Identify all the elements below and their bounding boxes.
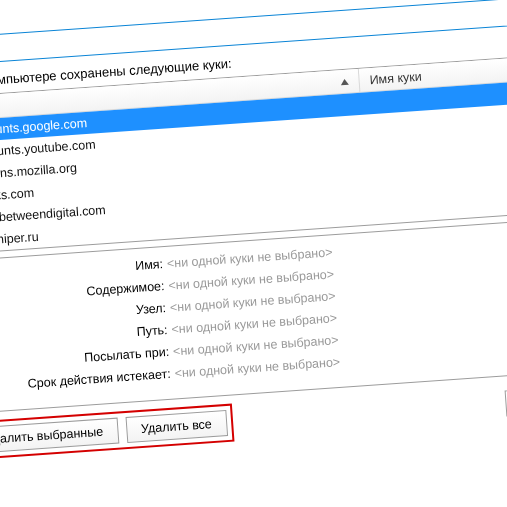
site-name: adnxs.com <box>0 186 35 204</box>
highlight-box: Удалить выбранные Удалить все <box>0 404 234 461</box>
site-name: adsniper.ru <box>0 230 39 248</box>
detail-label-expires: Срок действия истекает: <box>0 367 175 396</box>
detail-value-path: <ни одной куки не выбрано> <box>171 311 337 337</box>
cookie-table: айт Имя куки accounts.google.com account… <box>0 54 507 255</box>
detail-value-expires: <ни одной куки не выбрано> <box>174 355 340 381</box>
detail-value-send: <ни одной куки не выбрано> <box>173 333 339 359</box>
delete-selected-button[interactable]: Удалить выбранные <box>0 418 119 454</box>
sort-arrow-icon <box>340 78 348 85</box>
detail-value-content: <ни одной куки не выбрано> <box>168 267 334 293</box>
detail-value-host: <ни одной куки не выбрано> <box>170 289 336 315</box>
cookie-details: Имя: <ни одной куки не выбрано> Содержим… <box>0 217 507 414</box>
detail-value-name: <ни одной куки не выбрано> <box>166 245 332 271</box>
delete-all-button[interactable]: Удалить все <box>125 410 227 443</box>
column-cookie-name-label: Имя куки <box>369 69 422 87</box>
